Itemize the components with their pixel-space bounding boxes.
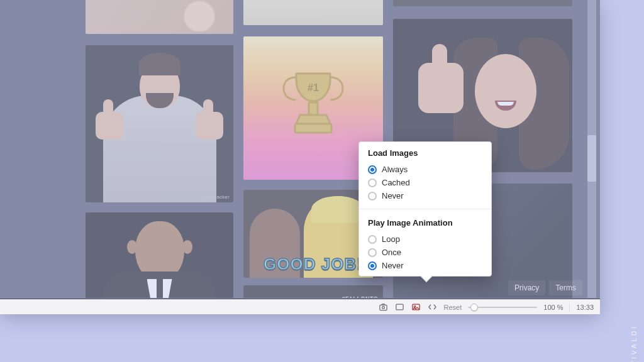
option-label: Once xyxy=(382,248,401,257)
play-animation-option-loop[interactable]: Loop xyxy=(368,233,482,246)
capture-icon[interactable] xyxy=(379,302,389,312)
images-toggle-icon[interactable] xyxy=(411,302,421,312)
zoom-percent: 100 % xyxy=(543,304,563,311)
option-label: Cached xyxy=(382,178,410,187)
radio-icon xyxy=(368,165,377,174)
gif-tile[interactable]: justaslacker xyxy=(86,45,233,202)
tiling-icon[interactable] xyxy=(395,302,405,312)
page-content: justaslacker #1 GOOD JO xyxy=(0,0,585,298)
gif-tile[interactable] xyxy=(393,0,572,6)
load-images-option-never[interactable]: Never xyxy=(368,189,482,202)
gif-tile[interactable] xyxy=(86,0,233,34)
option-label: Never xyxy=(382,261,404,270)
trophy-label: #1 xyxy=(308,82,319,93)
play-animation-option-once[interactable]: Once xyxy=(368,246,482,259)
scrollbar-thumb[interactable] xyxy=(587,135,596,182)
vivaldi-watermark: VIVALDI xyxy=(631,324,638,362)
play-animation-heading: Play Image Animation xyxy=(368,218,482,228)
gif-tile[interactable] xyxy=(86,212,233,298)
trophy-icon: #1 xyxy=(279,67,348,149)
image-settings-popup: Load Images Always Cached Never Play Ima… xyxy=(358,141,492,277)
radio-icon xyxy=(368,261,377,270)
load-images-option-cached[interactable]: Cached xyxy=(368,176,482,189)
tile-watermark: justaslacker xyxy=(201,194,230,200)
svg-point-6 xyxy=(414,306,416,308)
page-footer-links: Privacy Terms xyxy=(508,280,582,295)
radio-icon xyxy=(368,248,377,257)
terms-link[interactable]: Terms xyxy=(549,280,582,295)
separator xyxy=(569,303,570,312)
radio-icon xyxy=(368,235,377,244)
option-label: Always xyxy=(382,165,408,174)
browser-window: justaslacker #1 GOOD JO xyxy=(0,0,600,314)
clock: 13:33 xyxy=(576,304,594,311)
svg-point-3 xyxy=(382,306,385,309)
page-actions-icon[interactable] xyxy=(428,302,438,312)
svg-rect-0 xyxy=(309,102,318,115)
gif-tile[interactable]: #FALLONTC xyxy=(243,285,383,298)
zoom-slider[interactable] xyxy=(468,303,537,312)
status-bar: Reset 100 % 13:33 xyxy=(0,299,600,314)
tile-hashtag: #FALLONTC xyxy=(342,295,379,298)
option-label: Never xyxy=(382,191,404,200)
radio-icon xyxy=(368,192,377,200)
radio-icon xyxy=(368,178,377,187)
gif-tile[interactable] xyxy=(243,0,383,25)
svg-rect-4 xyxy=(396,304,403,310)
zoom-slider-knob[interactable] xyxy=(470,304,478,311)
svg-rect-1 xyxy=(295,124,331,133)
zoom-reset-button[interactable]: Reset xyxy=(444,304,462,311)
privacy-link[interactable]: Privacy xyxy=(508,280,545,295)
load-images-option-always[interactable]: Always xyxy=(368,163,482,176)
option-label: Loop xyxy=(382,234,400,244)
load-images-heading: Load Images xyxy=(368,148,482,158)
svg-rect-2 xyxy=(380,305,387,310)
